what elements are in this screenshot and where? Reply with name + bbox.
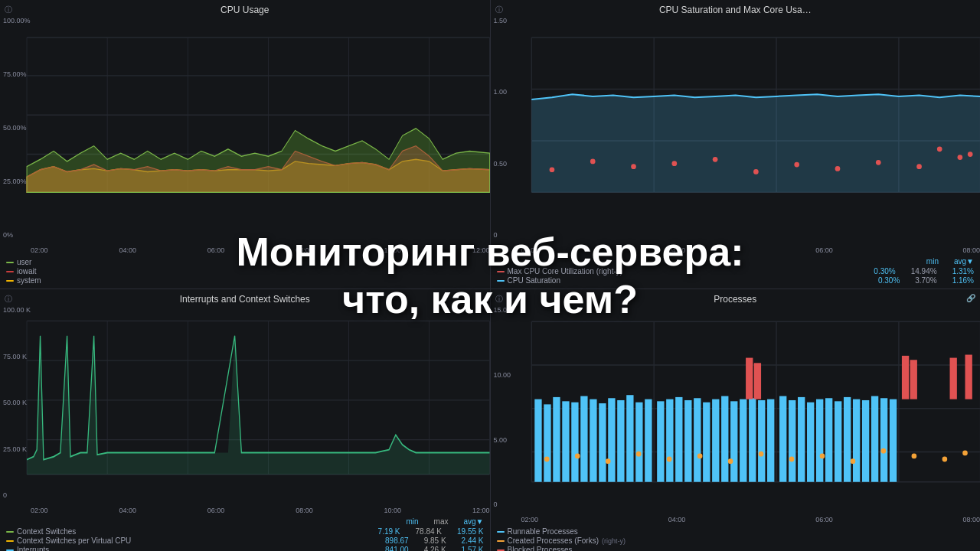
dashboard: ⓘ CPU Usage 100.00% 75.00% 50.00% 25.00%…: [0, 0, 980, 551]
overlay-heading: Мониторинг веб-сервера: что, как и чем?: [237, 228, 744, 324]
overlay-text-container: Мониторинг веб-сервера: что, как и чем?: [0, 0, 980, 551]
